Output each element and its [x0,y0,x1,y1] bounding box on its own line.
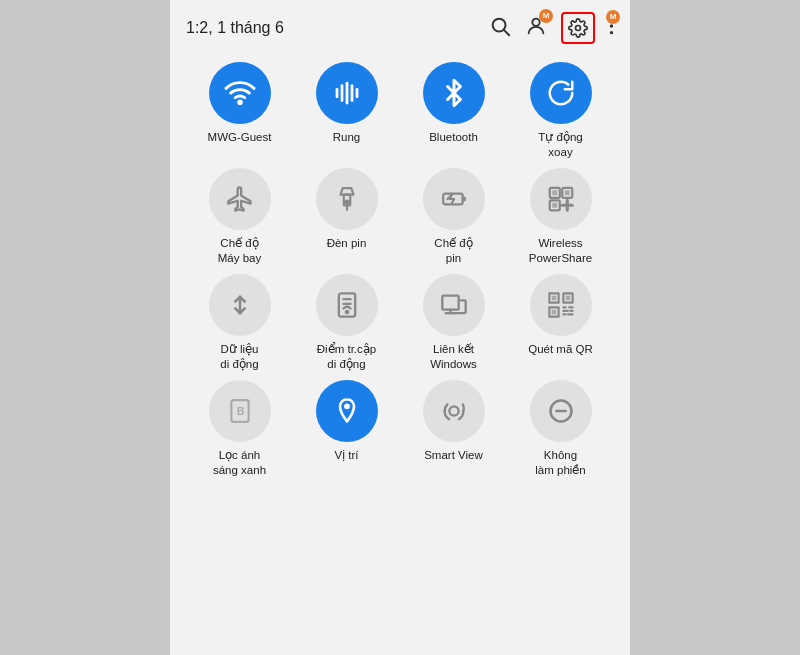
tile-autorotate[interactable]: Tự độngxoay [509,62,612,160]
tile-wireless-power-label: WirelessPowerShare [529,236,592,266]
tile-mobile-data-label: Dữ liệudi động [220,342,258,372]
tile-wifi-label: MWG-Guest [208,130,272,145]
svg-point-6 [610,31,613,34]
tile-autorotate-label: Tự độngxoay [538,130,582,160]
tile-smart-view[interactable]: Smart View [402,380,505,478]
svg-point-3 [576,26,581,31]
svg-point-46 [344,403,350,409]
tile-battery-mode[interactable]: Chế độpin [402,168,505,266]
tile-dnd-label: Khônglàm phiền [535,448,585,478]
tile-flashlight-label: Đèn pin [327,236,367,251]
tile-blue-light-label: Lọc ánhsáng xanh [213,448,266,478]
tile-qr-label: Quét mã QR [528,342,593,357]
tile-windows-link[interactable]: Liên kếtWindows [402,274,505,372]
tile-wireless-power[interactable]: WirelessPowerShare [509,168,612,266]
tile-windows-link-label: Liên kếtWindows [430,342,477,372]
profile-badge-1: M [539,9,553,23]
svg-text:B: B [236,405,244,417]
svg-point-28 [345,311,347,313]
svg-rect-29 [442,295,458,309]
tile-location-label: Vị trí [334,448,358,463]
svg-point-47 [449,406,458,415]
tile-sound[interactable]: Rung [295,62,398,160]
tile-mobile-data[interactable]: Dữ liệudi động [188,274,291,372]
tile-hotspot[interactable]: Điểm tr.cậpdi động [295,274,398,372]
tile-sound-label: Rung [333,130,361,145]
tile-bluetooth[interactable]: Bluetooth [402,62,505,160]
svg-point-2 [532,18,539,25]
tile-location[interactable]: Vị trí [295,380,398,478]
tile-battery-mode-label: Chế độpin [434,236,472,266]
svg-point-14 [345,201,348,204]
tile-hotspot-label: Điểm tr.cậpdi động [317,342,376,372]
search-icon[interactable] [489,15,511,42]
tile-wifi[interactable]: MWG-Guest [188,62,291,160]
tile-bluetooth-label: Bluetooth [429,130,478,145]
svg-rect-33 [551,295,556,300]
settings-icon[interactable] [561,12,595,44]
svg-line-1 [504,30,509,35]
svg-point-5 [610,24,613,27]
tile-dnd[interactable]: Khônglàm phiền [509,380,612,478]
tile-smart-view-label: Smart View [424,448,483,463]
top-bar: 1:2, 1 tháng 6 M [170,0,630,52]
svg-rect-35 [565,295,570,300]
tile-blue-light[interactable]: B Lọc ánhsáng xanh [188,380,291,478]
tile-airplane[interactable]: Chế độMáy bay [188,168,291,266]
tile-qr[interactable]: Quét mã QR [509,274,612,372]
profile-icon-2[interactable]: M [609,16,614,41]
svg-point-7 [238,101,241,104]
tile-airplane-label: Chế độMáy bay [218,236,261,266]
profile-badge-2: M [606,10,620,24]
svg-rect-37 [551,309,556,314]
quick-tiles-grid: MWG-Guest Rung Bluetooth [170,52,630,488]
page-title: 1:2, 1 tháng 6 [186,19,284,37]
tile-flashlight[interactable]: Đèn pin [295,168,398,266]
top-actions: M M [489,12,614,44]
profile-icon-1[interactable]: M [525,15,547,42]
